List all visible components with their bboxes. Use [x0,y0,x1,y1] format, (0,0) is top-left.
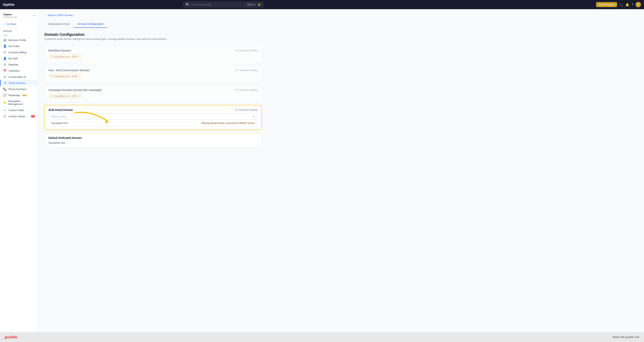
dropdown-option-row[interactable]: mg.topline.com Missing default header co… [49,120,258,126]
sidebar-item-label: Calendars [8,69,20,72]
business-profile-icon: 🏢 [3,38,6,42]
workflow-freq-settings[interactable]: ⚙ Frequency Settings [235,49,258,52]
dropdown-domain-value: mg.topline.com [51,122,68,124]
remove-tag-icon-2[interactable]: ✕ [79,75,80,78]
custom-values-icon: ⊞ [3,115,6,118]
pipelines-icon: ⊞ [3,63,6,66]
sidebar-item-phone-numbers[interactable]: 📞 Phone Numbers [0,86,38,92]
sidebar-item-label: My Profile [8,45,20,48]
gear-icon-2: ⚙ [235,69,237,72]
workspace-selector[interactable]: Topline Charleston, SC ▼ [0,12,38,20]
chevron-down-icon: ▼ [33,14,35,17]
gear-icon-4: ⚙ [235,108,237,111]
default-dedicated-domain: Default Dedicated Domain mg.topline.com [44,133,262,148]
bulk-email-title: Bulk Email Domain [49,108,73,112]
settings-section-title: Settings [0,28,38,33]
bulk-email-domain-card: Bulk Email Domain ⚙ Frequency Settings P… [44,105,262,130]
sidebar-item-reputation-management[interactable]: ⭐ Reputation Management [0,98,38,107]
search-input[interactable] [191,3,245,6]
my-staff-icon: 👤 [3,57,6,60]
lightning-icon: ⚡ [257,3,261,6]
remove-tag-icon-3[interactable]: ✕ [79,95,80,98]
bulk-email-header: Bulk Email Domain ⚙ Frequency Settings [49,108,258,112]
email-services-icon: ✉ [4,82,7,84]
whatsapp-icon: 💬 [3,94,6,97]
top-navigation: topline 🔍 Ctrl + K ⚡ topline Support 📞 🔔… [0,0,644,9]
bulk-email-wrapper: Bulk Email Domain ⚙ Frequency Settings P… [44,105,262,130]
sidebar-item-calendars[interactable]: 📅 Calendars [0,68,38,74]
footer: guidde. Made with guidde.com [0,332,644,342]
one-one-header: One - One Conversation Domain ⚙ Frequenc… [48,69,258,72]
search-bar[interactable]: 🔍 Ctrl + K ⚡ [183,2,264,8]
sidebar-item-business-profile[interactable]: 🏢 Business Profile [0,37,38,43]
back-arrow-icon: ‹ [3,22,4,26]
sidebar-item-my-staff[interactable]: 👤 My Staff [0,55,38,62]
sidebar-item-pipelines[interactable]: ⊞ Pipelines [0,62,38,68]
tab-dedicated-domain[interactable]: Dedicated domain [44,20,74,28]
beta-badge: beta [22,94,28,96]
sidebar-item-label: Conversation AI [8,76,26,78]
sidebar-item-label: Custom Fields [8,109,24,112]
remove-tag-icon[interactable]: ✕ [79,55,80,58]
sidebar-item-label: Business Profile [8,39,26,42]
bulk-email-freq-settings[interactable]: ⚙ Frequency Settings [235,108,258,111]
campaign-domain-title: Campaign Domain (except test campaign) [48,88,102,92]
sidebar-item-label: Company Billing [8,51,26,54]
workflow-domain-title: Workflow Domain [48,49,71,52]
reputation-icon: ⭐ [3,101,6,104]
sidebar-item-custom-values[interactable]: ⊞ Custom Values 12 [0,113,38,119]
sidebar-item-my-profile[interactable]: 👤 My Profile [0,43,38,49]
sidebar-item-label: Email Services [9,82,26,84]
sidebar-item-label: Phone Numbers [8,88,26,90]
one-one-freq-settings[interactable]: ⚙ Frequency Settings [235,69,258,72]
my-profile-icon: 👤 [3,44,6,48]
sidebar-item-email-services[interactable]: ✉ Email Services [0,80,38,86]
back-to-smtp-link[interactable]: ← Back to SMTP Service [44,14,262,17]
workspace-name: Topline [3,13,18,16]
left-arrow-icon: ← [44,14,47,17]
page-title: Domain Configuration [44,32,262,37]
footer-logo: guidde. [4,335,18,339]
go-back-link[interactable]: ‹ < Go Back [0,22,38,26]
select-placeholder: Please Select [51,115,66,118]
apps-section-label: Apps [0,33,38,37]
sidebar-item-custom-fields[interactable]: ✏ Custom Fields [0,107,38,113]
app-layout: Topline Charleston, SC ▼ ‹ < Go Back Set… [0,9,644,342]
default-domain-value: mg.topline.com [48,141,258,144]
sidebar-item-conversation-ai[interactable]: ⊞ Conversation AI [0,74,38,80]
sidebar-item-label: WhatsApp [8,94,20,97]
search-icon: 🔍 [186,3,190,6]
help-icon[interactable]: ? [632,3,633,6]
sidebar-item-whatsapp[interactable]: 💬 WhatsApp beta [0,92,38,98]
one-one-domain-tag: ⓘ mg.topline.com - 100% ✕ [48,74,83,79]
app-logo: topline [3,3,14,7]
workflow-domain-card: Workflow Domain ⚙ Frequency Settings ⓘ m… [44,46,262,62]
custom-fields-icon: ✏ [3,108,6,112]
campaign-domain-header: Campaign Domain (except test campaign) ⚙… [48,88,258,92]
support-button[interactable]: topline Support [596,2,617,7]
phone-icon[interactable]: 📞 [619,3,623,6]
notification-badge: 12 [31,115,35,118]
avatar[interactable]: T [636,2,641,7]
tab-domain-configuration[interactable]: Domain Configuration [74,20,107,28]
sidebar-item-company-billing[interactable]: ⊞ Company Billing [0,49,38,55]
chevron-icon: ▼ [253,115,255,118]
bell-icon[interactable]: 🔔 [626,3,629,6]
sidebar: Topline Charleston, SC ▼ ‹ < Go Back Set… [0,9,38,342]
sidebar-item-label: Reputation Management [8,100,35,106]
campaign-freq-settings[interactable]: ⚙ Frequency Settings [235,89,258,91]
info-icon-2: ⓘ [50,75,53,78]
footer-text: Made with guidde.com [612,336,640,338]
one-one-conversation-card: One - One Conversation Domain ⚙ Frequenc… [44,66,262,82]
bulk-email-select[interactable]: Please Select ▼ [49,113,258,120]
gear-icon-3: ⚙ [235,89,237,91]
workflow-domain-header: Workflow Domain ⚙ Frequency Settings [48,49,258,52]
campaign-domain-card: Campaign Domain (except test campaign) ⚙… [44,85,262,102]
back-link-label: Back to SMTP Service [48,14,73,17]
search-shortcut: Ctrl + K [246,3,256,6]
sidebar-item-label: Pipelines [8,63,18,66]
calendars-icon: 📅 [3,69,6,72]
sidebar-item-label: My Staff [8,57,18,60]
info-icon: ⓘ [50,55,53,58]
tabs-row: Dedicated domain Domain Configuration [44,20,262,28]
